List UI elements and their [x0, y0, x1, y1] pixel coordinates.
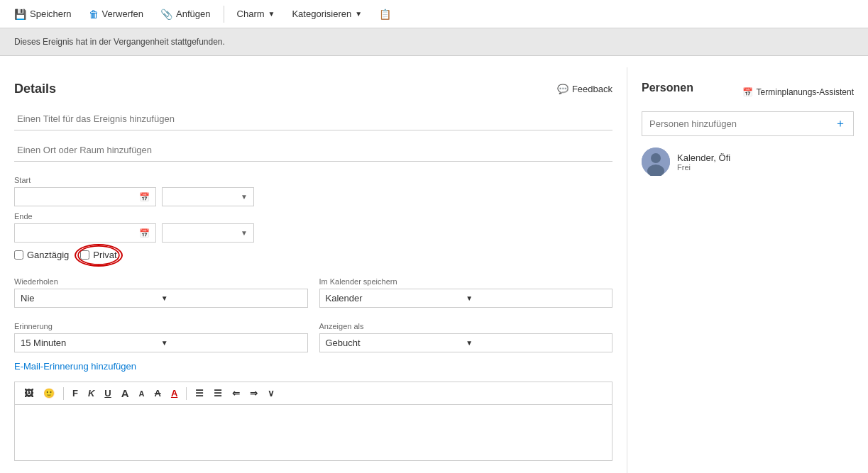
showas-group: Anzeigen als Gebucht ▼: [319, 316, 613, 352]
toolbar-divider: [63, 387, 64, 400]
calendar-value: Kalender: [326, 293, 466, 304]
bold-button[interactable]: F: [69, 386, 82, 401]
chevron-down-icon: ▼: [466, 339, 606, 347]
calendar-group: Im Kalender speichern Kalender ▼: [319, 272, 613, 308]
indent-decrease-button[interactable]: ⇐: [229, 386, 243, 401]
avatar: [642, 148, 670, 176]
scheduling-assistant-button[interactable]: 📅 Terminplanungs-Assistent: [742, 87, 854, 97]
start-date-input[interactable]: Di 03.07.2018: [21, 191, 135, 202]
italic-button[interactable]: K: [84, 386, 98, 401]
font-color-button[interactable]: A: [167, 386, 181, 401]
font-size-down-button[interactable]: A: [136, 387, 148, 400]
end-time-input[interactable]: 08:30: [168, 228, 241, 238]
chevron-down-icon: ▼: [241, 193, 248, 201]
charm-button[interactable]: Charm ▼: [230, 4, 282, 23]
repeat-dropdown[interactable]: Nie ▼: [14, 289, 308, 308]
chevron-down-icon: ▼: [161, 294, 302, 302]
title-input[interactable]: [14, 108, 612, 130]
email-reminder-link[interactable]: E-Mail-Erinnerung hinzufügen: [14, 361, 612, 372]
calendar-icon: 📅: [139, 228, 150, 238]
reminder-value: 15 Minuten: [21, 338, 161, 348]
attach-label: Anfügen: [176, 9, 210, 19]
start-row: Di 03.07.2018 📅 08:00 ▼: [14, 187, 612, 206]
svg-point-2: [651, 153, 661, 163]
save-button[interactable]: 💾 Speichern: [7, 4, 79, 24]
feedback-button[interactable]: 💬 Feedback: [557, 84, 612, 94]
divider-1: [224, 6, 224, 23]
location-input[interactable]: [14, 139, 612, 162]
allday-checkbox[interactable]: [14, 250, 23, 260]
strikethrough-button[interactable]: A: [151, 386, 165, 401]
chevron-down-icon: ▼: [355, 10, 362, 18]
repeat-group: Wiederholen Nie ▼: [14, 272, 308, 308]
allday-item: Ganztägig: [14, 250, 69, 260]
attach-button[interactable]: 📎 Anfügen: [153, 4, 217, 24]
discard-label: Verwerfen: [102, 9, 144, 19]
calendar-label: Im Kalender speichern: [319, 277, 613, 286]
private-item: Privat: [80, 250, 116, 260]
person-item: Kalender, Öfi Frei: [642, 145, 854, 179]
start-date-field[interactable]: Di 03.07.2018 📅: [14, 187, 156, 206]
banner-text: Dieses Ereignis hat in der Vergangenheit…: [14, 37, 225, 47]
calendar-dropdown[interactable]: Kalender ▼: [319, 289, 613, 308]
underline-button[interactable]: U: [101, 386, 114, 401]
persons-header: Personen 📅 Terminplanungs-Assistent: [642, 82, 854, 103]
info-banner: Dieses Ereignis hat in der Vergangenheit…: [0, 28, 868, 56]
chevron-down-icon: ▼: [161, 339, 302, 347]
end-date-field[interactable]: Di 03.07.2018 📅: [14, 223, 156, 243]
chevron-down-icon: ▼: [241, 229, 248, 237]
add-icon[interactable]: ＋: [835, 116, 846, 131]
showas-label: Anzeigen als: [319, 322, 613, 330]
font-size-up-button[interactable]: A: [118, 385, 133, 401]
numbered-button[interactable]: ☰: [210, 386, 226, 401]
right-panel: Personen 📅 Terminplanungs-Assistent ＋ Ka…: [627, 67, 868, 473]
checkbox-row: Ganztägig Privat: [14, 250, 612, 260]
indent-increase-button[interactable]: ⇒: [246, 386, 261, 401]
private-label: Privat: [93, 250, 116, 260]
reminder-showas-row: Erinnerung 15 Minuten ▼ Anzeigen als Geb…: [14, 316, 612, 352]
rich-text-toolbar: 🖼 🙂 F K U A A A A ☰ ☰ ⇐ ⇒ ∨: [14, 382, 612, 404]
bullets-button[interactable]: ☰: [192, 386, 207, 401]
start-time-field[interactable]: 08:00 ▼: [162, 187, 254, 206]
toolbar: 💾 Speichern 🗑 Verwerfen 📎 Anfügen Charm …: [0, 0, 868, 28]
chevron-down-icon: ▼: [268, 10, 275, 18]
person-status: Frei: [677, 163, 730, 172]
more-button[interactable]: ∨: [264, 386, 278, 401]
details-title: Details: [14, 82, 56, 96]
save-label: Speichern: [30, 9, 72, 19]
allday-label: Ganztägig: [27, 250, 69, 260]
repeat-calendar-row: Wiederholen Nie ▼ Im Kalender speichern …: [14, 272, 612, 308]
insert-emoji-button[interactable]: 🙂: [40, 386, 58, 401]
paperclip-icon: 📎: [160, 9, 172, 20]
person-info: Kalender, Öfi Frei: [677, 152, 730, 172]
insert-image-button[interactable]: 🖼: [21, 386, 37, 401]
trash-icon: 🗑: [89, 9, 99, 20]
add-person-row[interactable]: ＋: [642, 111, 854, 136]
details-header: Details 💬 Feedback: [14, 82, 612, 96]
rich-text-area[interactable]: [14, 404, 612, 461]
avatar-svg: [642, 148, 670, 176]
copy-icon: 📋: [379, 9, 391, 20]
scheduling-label: Terminplanungs-Assistent: [757, 87, 854, 97]
showas-dropdown[interactable]: Gebucht ▼: [319, 333, 613, 352]
end-date-input[interactable]: Di 03.07.2018: [21, 228, 135, 238]
reminder-dropdown[interactable]: 15 Minuten ▼: [14, 333, 308, 352]
add-person-input[interactable]: [649, 118, 835, 129]
categorize-label: Kategorisieren: [292, 9, 351, 19]
copy-button[interactable]: 📋: [372, 4, 398, 24]
start-time-input[interactable]: 08:00: [168, 191, 241, 202]
persons-title: Personen: [642, 82, 693, 94]
calendar-icon: 📅: [139, 192, 150, 202]
private-checkbox[interactable]: [80, 250, 89, 260]
end-label: Ende: [14, 212, 612, 221]
reminder-label: Erinnerung: [14, 322, 308, 330]
end-row: Di 03.07.2018 📅 08:30 ▼: [14, 223, 612, 243]
end-time-field[interactable]: 08:30 ▼: [162, 223, 254, 243]
start-label: Start: [14, 176, 612, 184]
toolbar-divider-2: [186, 387, 187, 400]
discard-button[interactable]: 🗑 Verwerfen: [82, 4, 151, 24]
charm-label: Charm: [237, 9, 265, 19]
categorize-button[interactable]: Kategorisieren ▼: [285, 4, 369, 23]
chevron-down-icon: ▼: [466, 294, 606, 302]
person-name: Kalender, Öfi: [677, 152, 730, 163]
